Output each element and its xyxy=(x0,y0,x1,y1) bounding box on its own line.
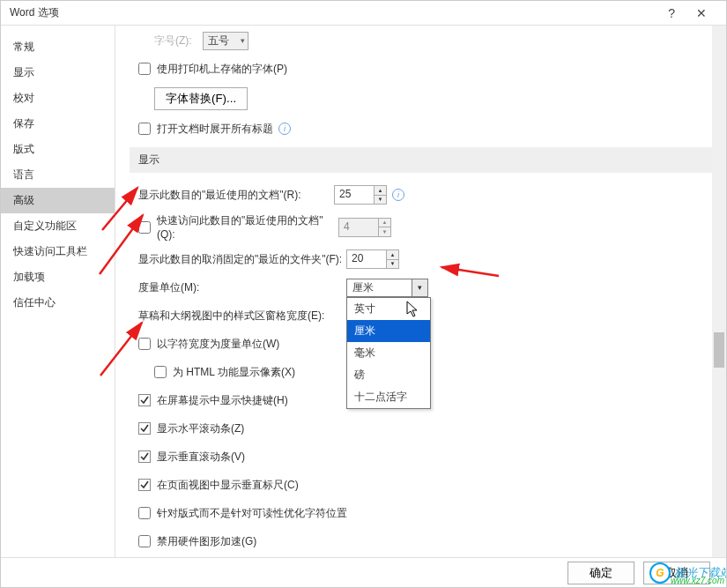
info-icon: i xyxy=(392,189,404,201)
svg-rect-3 xyxy=(139,480,151,491)
svg-rect-2 xyxy=(139,451,151,463)
recent-docs-label: 显示此数目的"最近使用的文档"(R): xyxy=(138,188,334,203)
expand-titles-label: 打开文档时展开所有标题 xyxy=(157,122,273,137)
checked-icon[interactable] xyxy=(138,422,151,435)
sidebar-item-language[interactable]: 语言 xyxy=(1,162,115,188)
ok-button[interactable]: 确定 xyxy=(568,562,634,584)
checked-icon[interactable] xyxy=(138,394,151,406)
unpinned-label: 显示此数目的取消固定的"最近的文件夹"(F): xyxy=(138,252,346,267)
show-shortcut-label: 在屏幕提示中显示快捷键(H) xyxy=(157,393,288,408)
char-width-label: 以字符宽度为度量单位(W) xyxy=(157,337,279,352)
unit-label: 度量单位(M): xyxy=(138,280,346,295)
unpinned-spinner[interactable]: 20 ▲▼ xyxy=(346,249,399,269)
close-button[interactable]: ✕ xyxy=(686,6,717,20)
recent-docs-spinner[interactable]: 25 ▲▼ xyxy=(334,185,387,205)
sidebar: 常规 显示 校对 保存 版式 语言 高级 自定义功能区 快速访问工具栏 加载项 … xyxy=(1,26,115,557)
unit-option-pt[interactable]: 磅 xyxy=(347,364,430,386)
svg-rect-0 xyxy=(139,395,151,406)
main-area: 常规 显示 校对 保存 版式 语言 高级 自定义功能区 快速访问工具栏 加载项 … xyxy=(1,26,726,557)
watermark: G 极光下载站 www.xz7.com xyxy=(649,562,727,584)
content-pane: 字号(Z): 五号 ▾ 使用打印机上存储的字体(P) 字体替换(F)... 打开… xyxy=(115,26,726,557)
help-button[interactable]: ? xyxy=(657,6,686,20)
font-replace-button[interactable]: 字体替换(F)... xyxy=(154,87,248,110)
footer: 确定 取消 xyxy=(1,557,726,587)
checked-icon[interactable] xyxy=(138,450,151,463)
hw-accel-checkbox[interactable] xyxy=(138,535,151,547)
font-size-label: 字号(Z): xyxy=(154,33,192,48)
unit-option-cm[interactable]: 厘米 xyxy=(347,320,430,342)
use-printer-fonts-label: 使用打印机上存储的字体(P) xyxy=(157,62,287,77)
logo-icon: G xyxy=(649,562,671,584)
sidebar-item-addins[interactable]: 加载项 xyxy=(1,264,115,290)
quick-access-checkbox[interactable] xyxy=(138,221,151,234)
html-pixels-checkbox[interactable] xyxy=(154,366,167,378)
draft-width-label: 草稿和大纲视图中的样式区窗格宽度(E): xyxy=(138,309,346,324)
display-section-header: 显示 xyxy=(130,147,712,173)
hw-accel-label: 禁用硬件图形加速(G) xyxy=(157,534,256,549)
checked-icon[interactable] xyxy=(138,479,151,491)
sidebar-item-proofing[interactable]: 校对 xyxy=(1,86,115,111)
font-size-select[interactable]: 五号 ▾ xyxy=(203,32,249,50)
cursor-icon xyxy=(406,301,420,318)
window-title: Word 选项 xyxy=(10,5,59,20)
sidebar-item-trust-center[interactable]: 信任中心 xyxy=(1,290,115,316)
chevron-down-icon: ▾ xyxy=(241,36,245,45)
sidebar-item-general[interactable]: 常规 xyxy=(1,34,115,60)
vscroll-label: 显示垂直滚动条(V) xyxy=(157,450,245,465)
scrollbar-thumb[interactable] xyxy=(714,332,724,368)
expand-titles-checkbox[interactable] xyxy=(138,123,151,135)
readability-label: 针对版式而不是针对可读性优化字符位置 xyxy=(157,506,347,521)
quick-access-spinner: 4 ▲▼ xyxy=(338,218,391,237)
sidebar-item-layout[interactable]: 版式 xyxy=(1,137,115,162)
char-width-checkbox[interactable] xyxy=(138,338,151,350)
quick-access-label: 快速访问此数目的"最近使用的文档"(Q): xyxy=(157,213,338,241)
sidebar-item-customize-ribbon[interactable]: 自定义功能区 xyxy=(1,213,115,239)
unit-combobox[interactable]: 厘米 ▾ 英寸 厘米 毫米 磅 十二点活字 xyxy=(346,279,428,297)
info-icon: i xyxy=(278,123,291,135)
unit-option-pica[interactable]: 十二点活字 xyxy=(347,386,430,408)
readability-checkbox[interactable] xyxy=(138,507,151,519)
unit-option-mm[interactable]: 毫米 xyxy=(347,342,430,364)
html-pixels-label: 为 HTML 功能显示像素(X) xyxy=(173,365,295,380)
sidebar-item-advanced[interactable]: 高级 xyxy=(1,188,115,213)
sidebar-item-quick-access[interactable]: 快速访问工具栏 xyxy=(1,239,115,264)
spin-down-icon[interactable]: ▼ xyxy=(375,196,386,205)
sidebar-item-save[interactable]: 保存 xyxy=(1,111,115,137)
titlebar: Word 选项 ? ✕ xyxy=(1,1,726,26)
chevron-down-icon[interactable]: ▾ xyxy=(412,279,427,296)
spin-down-icon[interactable]: ▼ xyxy=(387,260,398,269)
vertical-scrollbar[interactable] xyxy=(712,26,726,557)
spin-up-icon[interactable]: ▲ xyxy=(387,250,398,260)
hscroll-label: 显示水平滚动条(Z) xyxy=(157,421,244,436)
sidebar-item-display[interactable]: 显示 xyxy=(1,60,115,86)
spin-up-icon[interactable]: ▲ xyxy=(375,186,386,196)
vruler-label: 在页面视图中显示垂直标尺(C) xyxy=(157,478,299,493)
svg-rect-1 xyxy=(139,423,151,435)
use-printer-fonts-checkbox[interactable] xyxy=(138,63,151,75)
